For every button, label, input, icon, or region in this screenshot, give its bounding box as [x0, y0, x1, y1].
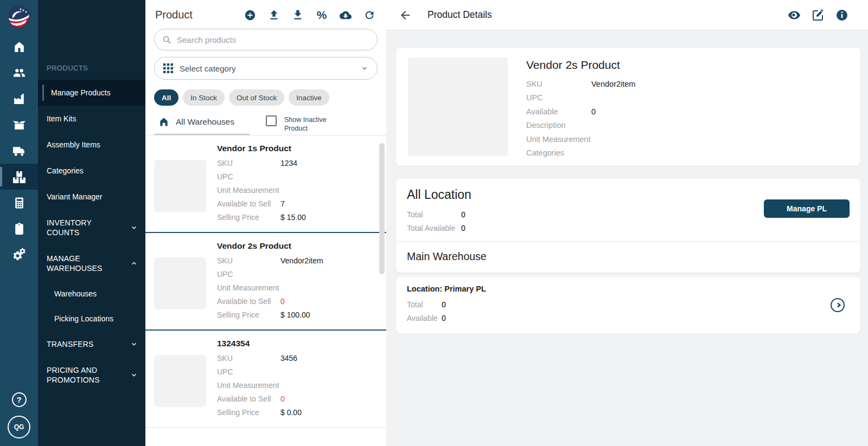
inventory-boxes-icon	[12, 170, 26, 184]
calculator-icon	[12, 196, 26, 210]
export-button[interactable]	[292, 9, 304, 21]
product-thumbnail	[154, 257, 206, 309]
chevron-up-icon	[130, 260, 138, 267]
nav-menu: PRODUCTS Manage Products Item Kits Assem…	[38, 0, 145, 446]
app-window: ? QG PRODUCTS Manage Products Item Kits …	[0, 0, 868, 446]
back-arrow-icon	[399, 9, 412, 22]
add-product-button[interactable]	[244, 9, 256, 21]
company-logo[interactable]	[0, 0, 38, 34]
product-thumbnail	[154, 355, 206, 407]
refresh-button[interactable]	[363, 9, 375, 21]
location-available: 0	[442, 314, 446, 322]
help-button[interactable]: ?	[12, 392, 27, 407]
gears-icon	[12, 248, 26, 262]
rail-bottom: ? QG	[0, 392, 38, 446]
warehouse-home-icon	[158, 117, 169, 127]
details-title: Product Details	[427, 9, 492, 21]
chevron-down-icon	[130, 224, 138, 231]
menu-group-pricing-promotions[interactable]: PRICING AND PROMOTIONS	[38, 357, 145, 393]
all-warehouses-tab[interactable]: All Warehouses	[154, 113, 250, 135]
stock-filter-chips: All In Stock Out of Stock Inactive	[154, 89, 378, 106]
details-header: Product Details	[386, 0, 868, 30]
product-sku: 1234	[280, 159, 297, 167]
product-sku: 3456	[280, 354, 297, 363]
truck-icon	[12, 144, 26, 158]
product-list-item-selected[interactable]: Vendor 2s Product SKUVendor2item UPC Uni…	[145, 232, 386, 331]
edit-button[interactable]	[812, 9, 825, 22]
refresh-icon	[363, 9, 375, 21]
rail-customers-button[interactable]	[0, 60, 38, 86]
product-list-item[interactable]: Vendor 1s Product SKU1234 UPC Unit Measu…	[145, 135, 386, 232]
home-icon	[12, 40, 26, 54]
info-icon	[835, 9, 848, 22]
product-available: 0	[280, 395, 285, 403]
user-avatar[interactable]: QG	[8, 416, 30, 438]
upload-icon	[268, 9, 280, 21]
primary-location-card: Location: Primary PL Total0 Available0	[396, 277, 860, 333]
menu-item-categories[interactable]: Categories	[38, 158, 145, 184]
category-grid-icon	[163, 63, 173, 73]
import-button[interactable]	[268, 9, 280, 21]
menu-group-manage-warehouses[interactable]: MANAGE WAREHOUSES	[38, 245, 145, 281]
product-thumbnail	[154, 160, 206, 212]
cloud-download-icon	[340, 9, 352, 21]
product-name: Vendor 1s Product	[217, 144, 306, 153]
menu-item-manage-products[interactable]: Manage Products	[38, 80, 145, 106]
view-button[interactable]	[788, 9, 801, 22]
search-input[interactable]	[177, 35, 369, 44]
list-scrollbar[interactable]	[379, 143, 385, 274]
menu-item-picking-locations[interactable]: Picking Locations	[38, 306, 145, 331]
show-inactive-toggle[interactable]: Show Inactive Product	[266, 113, 333, 133]
menu-group-transfers[interactable]: TRANSFERS	[38, 331, 145, 357]
menu-item-item-kits[interactable]: Item Kits	[38, 106, 145, 132]
plus-circle-icon	[244, 9, 256, 21]
menu-item-warehouses[interactable]: Warehouses	[38, 281, 145, 306]
rail-orders-button[interactable]	[0, 112, 38, 138]
menu-group-inventory-counts[interactable]: INVENTORY COUNTS	[38, 210, 145, 245]
all-location-card: All Location Total0 Total Available0 Man…	[396, 179, 860, 273]
menu-section-header: PRODUCTS	[38, 61, 145, 80]
rail-manufacturing-button[interactable]	[0, 86, 38, 112]
product-list-item[interactable]: 1324354 SKU3456 UPC Unit Measurement Ava…	[145, 331, 386, 427]
rail-home-button[interactable]	[0, 34, 38, 60]
category-select-value: Select category	[180, 64, 235, 73]
all-location-total: 0	[461, 210, 465, 219]
back-button[interactable]	[398, 8, 412, 22]
eye-icon	[788, 9, 801, 22]
product-price: $ 100.00	[280, 311, 310, 319]
manage-pl-button[interactable]: Manage PL	[764, 199, 850, 218]
percent-icon: %	[317, 9, 327, 21]
chevron-down-icon	[361, 64, 368, 72]
all-location-title: All Location	[407, 188, 471, 208]
open-location-button[interactable]	[830, 298, 845, 313]
product-details-panel: Product Details Vendor 2s Product SK	[386, 0, 868, 446]
menu-item-assembly-items[interactable]: Assembly Items	[38, 132, 145, 158]
eagle-logo-icon	[7, 5, 31, 29]
edit-icon	[812, 9, 825, 22]
filter-chip-out-of-stock[interactable]: Out of Stock	[229, 89, 284, 106]
product-name: Vendor 2s Product	[217, 241, 323, 251]
product-summary-card: Vendor 2s Product SKUVendor2item UPC Ava…	[396, 48, 860, 166]
discount-button[interactable]: %	[316, 9, 328, 21]
filter-chip-inactive[interactable]: Inactive	[289, 89, 329, 106]
product-price: $ 15.00	[280, 213, 306, 222]
arrow-right-circle-icon	[830, 298, 845, 313]
all-location-total-available: 0	[461, 224, 465, 232]
product-detail-name: Vendor 2s Product	[526, 57, 635, 77]
rail-products-button[interactable]	[0, 164, 38, 190]
panel-title: Product	[155, 9, 193, 21]
rail-settings-button[interactable]	[0, 242, 38, 268]
rail-counts-button[interactable]	[0, 216, 38, 242]
search-icon	[162, 35, 171, 44]
filter-chip-in-stock[interactable]: In Stock	[183, 89, 225, 106]
category-select[interactable]: Select category	[154, 57, 378, 80]
rail-accounting-button[interactable]	[0, 190, 38, 216]
show-inactive-checkbox[interactable]	[266, 115, 277, 126]
rail-shipping-button[interactable]	[0, 138, 38, 164]
info-button[interactable]	[835, 9, 848, 22]
chevron-down-icon	[130, 371, 138, 379]
menu-item-variant-manager[interactable]: Variant Manager	[38, 184, 145, 210]
filter-chip-all[interactable]: All	[154, 89, 178, 106]
cloud-download-button[interactable]	[340, 9, 352, 21]
clipboard-icon	[12, 222, 26, 236]
